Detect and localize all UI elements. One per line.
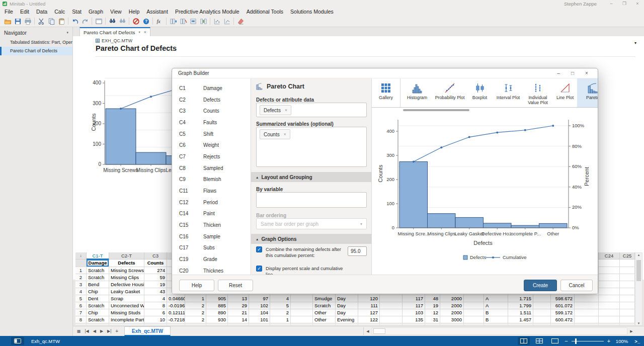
cell[interactable] — [380, 295, 403, 302]
cell[interactable]: 2 — [270, 309, 291, 316]
cell[interactable]: 29 — [228, 302, 249, 309]
column-item-c1[interactable]: C1Damage — [172, 82, 251, 94]
reset-button[interactable]: Reset — [218, 280, 253, 291]
cell[interactable] — [533, 302, 551, 309]
column-item-c15[interactable]: C15Thicken — [172, 219, 251, 231]
data-direction-icon[interactable]: ↓ — [75, 252, 87, 260]
cell[interactable]: 104 — [249, 309, 270, 316]
cell[interactable] — [464, 309, 484, 316]
zoom-slider-thumb[interactable] — [575, 338, 577, 344]
row-number[interactable]: 3 — [75, 281, 87, 288]
cell[interactable]: A — [484, 302, 508, 309]
zoom-slider[interactable] — [572, 341, 604, 341]
cell[interactable]: Evening — [336, 316, 358, 323]
insert-rows-icon[interactable] — [188, 17, 198, 26]
document-tab[interactable]: Pareto Chart of Defects ▾ × — [79, 27, 150, 36]
cell[interactable]: 599.172 — [551, 309, 575, 316]
cell[interactable]: 4 — [144, 295, 167, 302]
cell[interactable]: 1.457 — [508, 316, 533, 323]
cell[interactable]: Chip — [87, 288, 109, 295]
defects-field[interactable]: Defects× — [256, 103, 367, 117]
cell[interactable]: 905 — [206, 295, 228, 302]
cell[interactable]: 111 — [358, 302, 380, 309]
cell[interactable] — [380, 302, 403, 309]
remove-chip-icon[interactable]: × — [285, 108, 287, 113]
cell[interactable] — [599, 302, 620, 309]
cell[interactable] — [599, 281, 620, 288]
column-name-cell[interactable] — [599, 260, 620, 267]
cell[interactable] — [620, 281, 635, 288]
grid-view-button[interactable] — [533, 337, 545, 345]
redo-icon[interactable] — [80, 17, 90, 26]
menu-stat[interactable]: Stat — [68, 8, 85, 16]
insert-cells-icon[interactable] — [168, 17, 178, 26]
open-icon[interactable] — [3, 17, 13, 26]
column-header-c2-t[interactable]: C2-T — [109, 252, 144, 260]
split-view-button[interactable] — [518, 337, 530, 345]
cell[interactable]: 102 — [249, 302, 270, 309]
cell[interactable]: -0.01963 — [167, 302, 185, 309]
column-item-c6[interactable]: C6Weight — [172, 139, 251, 151]
cell[interactable]: 13 — [228, 295, 249, 302]
scroll-down-icon[interactable]: ▼ — [635, 322, 642, 325]
cumulative-percent-input[interactable] — [348, 246, 367, 256]
navigator-item-pareto-chart-of-defects[interactable]: Pareto Chart of Defects — [0, 47, 72, 55]
next-worksheet-icon[interactable]: ▶ — [100, 329, 103, 333]
row-number[interactable]: 4 — [75, 288, 87, 295]
cell[interactable] — [291, 302, 313, 309]
display-percent-checkbox[interactable]: ✓ — [256, 266, 262, 272]
cell[interactable]: 135 — [403, 316, 425, 323]
cell[interactable] — [620, 316, 635, 323]
cell[interactable] — [620, 295, 635, 302]
menu-calc[interactable]: Calc — [51, 8, 68, 16]
menu-file[interactable]: File — [1, 8, 17, 16]
cell[interactable]: 122 — [358, 316, 380, 323]
zoom-level[interactable]: 100% — [614, 338, 628, 344]
menu-edit[interactable]: Edit — [17, 8, 33, 16]
output-options-icon[interactable]: ▾ — [634, 41, 636, 45]
cell[interactable]: Chip — [87, 309, 109, 316]
insert-columns-icon[interactable] — [198, 17, 208, 26]
cell[interactable]: Scratch — [87, 274, 109, 281]
cell[interactable] — [291, 309, 313, 316]
cell[interactable] — [464, 316, 484, 323]
column-header-c1-t[interactable]: C1-T — [87, 252, 109, 260]
menu-predictive-analytics-module[interactable]: Predictive Analytics Module — [172, 8, 243, 16]
column-item-c7[interactable]: C7Rejects — [172, 151, 251, 162]
previous-worksheet-icon[interactable]: ◀ — [93, 329, 96, 333]
dialog-minimize-icon[interactable]: – — [551, 70, 566, 76]
column-item-c14[interactable]: C14Paint — [172, 208, 251, 220]
cell[interactable]: 890 — [206, 309, 228, 316]
gallery-item-boxplot[interactable]: Boxplot — [466, 78, 494, 107]
cell[interactable]: 43 — [144, 288, 167, 295]
paste-icon[interactable] — [56, 17, 66, 26]
cell[interactable]: 274 — [144, 267, 167, 274]
zoom-in-button[interactable]: + — [607, 338, 610, 344]
row-number[interactable]: 1 — [75, 267, 87, 274]
cell[interactable]: B — [484, 316, 508, 323]
cell[interactable]: 117 — [403, 295, 425, 302]
cancel-command-icon[interactable] — [131, 17, 141, 26]
cell[interactable]: Unconnected Wir — [109, 302, 144, 309]
layout-grouping-section[interactable]: ▲ Layout and Grouping — [251, 172, 372, 182]
cell[interactable] — [620, 302, 635, 309]
cell[interactable]: 1.511 — [508, 309, 533, 316]
formula-fx-icon[interactable]: fx — [154, 17, 165, 26]
row-number[interactable]: 5 — [75, 295, 87, 302]
bar-ordering-dropdown[interactable]: Same bar order per graph ▾ — [256, 218, 367, 229]
column-header-c25[interactable]: C25 — [620, 252, 635, 260]
cell[interactable]: Scratch — [87, 302, 109, 309]
cell[interactable] — [599, 316, 620, 323]
cell[interactable] — [380, 309, 403, 316]
column-item-c5[interactable]: C5Shift — [172, 128, 251, 140]
cell[interactable]: 97 — [249, 295, 270, 302]
cell[interactable]: 5 — [270, 302, 291, 309]
gallery-item-pareto[interactable]: Pareto — [577, 78, 598, 107]
menu-help[interactable]: Help — [125, 8, 143, 16]
column-item-c16[interactable]: C16Sample — [172, 231, 251, 242]
new-window-icon[interactable] — [94, 17, 104, 26]
cell[interactable] — [620, 274, 635, 281]
column-name-counts[interactable]: Counts — [144, 260, 167, 267]
scroll-left-icon[interactable]: ◀ — [364, 329, 372, 333]
minimize-button[interactable]: – — [605, 0, 618, 8]
